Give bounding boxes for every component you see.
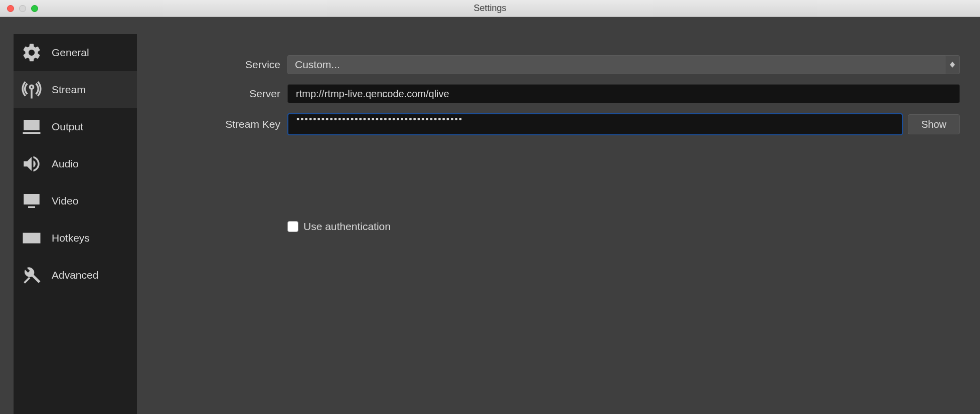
sidebar-item-label: Audio bbox=[52, 158, 79, 170]
window-title: Settings bbox=[473, 3, 506, 14]
gear-icon bbox=[20, 41, 44, 65]
sidebar-item-output[interactable]: Output bbox=[14, 108, 137, 145]
show-stream-key-button[interactable]: Show bbox=[908, 114, 960, 134]
close-window-button[interactable] bbox=[7, 5, 14, 12]
sidebar-item-label: Output bbox=[52, 121, 83, 133]
output-icon bbox=[20, 115, 44, 139]
settings-panel-stream: Service Custom... Server Stream Key •• bbox=[137, 17, 980, 414]
zoom-window-button[interactable] bbox=[31, 5, 38, 12]
stream-key-input[interactable]: •••••••••••••••••••••••••••••••••••••••• bbox=[287, 113, 903, 135]
window-controls bbox=[0, 5, 38, 12]
server-input[interactable] bbox=[287, 84, 960, 103]
service-select-value: Custom... bbox=[287, 55, 945, 74]
sidebar-item-label: Video bbox=[52, 195, 78, 207]
minimize-window-button[interactable] bbox=[19, 5, 26, 12]
speaker-icon bbox=[20, 152, 44, 176]
sidebar-item-label: Hotkeys bbox=[52, 232, 90, 244]
row-stream-key: Stream Key •••••••••••••••••••••••••••••… bbox=[137, 113, 960, 135]
antenna-icon bbox=[20, 78, 44, 102]
sidebar-item-audio[interactable]: Audio bbox=[14, 145, 137, 182]
sidebar-item-hotkeys[interactable]: Hotkeys bbox=[14, 220, 137, 257]
sidebar-item-advanced[interactable]: Advanced bbox=[14, 257, 137, 294]
row-server: Server bbox=[137, 84, 960, 103]
label-server: Server bbox=[137, 88, 287, 100]
service-select[interactable]: Custom... bbox=[287, 55, 960, 74]
tools-icon bbox=[20, 263, 44, 287]
row-service: Service Custom... bbox=[137, 55, 960, 74]
row-use-authentication: Use authentication bbox=[287, 221, 960, 233]
label-service: Service bbox=[137, 59, 287, 71]
use-authentication-label: Use authentication bbox=[303, 221, 391, 233]
keyboard-icon bbox=[20, 226, 44, 250]
use-authentication-checkbox[interactable] bbox=[287, 221, 298, 232]
monitor-icon bbox=[20, 189, 44, 213]
app-body: General Stream Output Audio Video bbox=[0, 17, 980, 414]
titlebar: Settings bbox=[0, 0, 980, 17]
sidebar-item-label: Advanced bbox=[52, 269, 98, 281]
sidebar-item-label: General bbox=[52, 47, 89, 59]
sidebar-item-general[interactable]: General bbox=[14, 34, 137, 71]
sidebar-item-video[interactable]: Video bbox=[14, 182, 137, 220]
sidebar-item-label: Stream bbox=[52, 84, 86, 96]
label-stream-key: Stream Key bbox=[137, 118, 287, 130]
settings-sidebar: General Stream Output Audio Video bbox=[14, 34, 137, 414]
select-spinner-icon bbox=[945, 55, 960, 74]
sidebar-item-stream[interactable]: Stream bbox=[14, 71, 137, 108]
